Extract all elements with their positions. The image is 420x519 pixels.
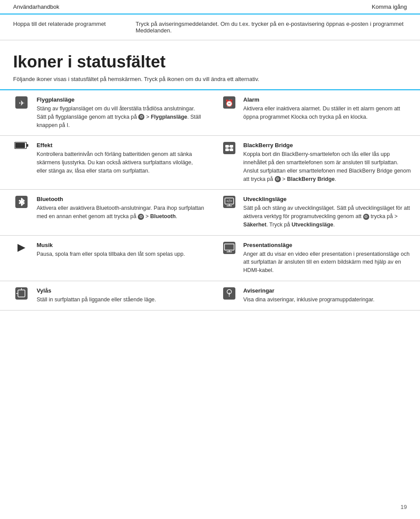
- content-cell-musik: Musik Pausa, spola fram eller spola till…: [34, 235, 214, 281]
- item-text-alarm: Aktivera eller inaktivera alarmet. Du st…: [243, 105, 411, 121]
- item-text-presentationsläge: Anger att du visar en video eller presen…: [243, 250, 411, 275]
- presentation-icon: [223, 242, 235, 254]
- page-title: Ikoner i statusfältet: [13, 53, 407, 71]
- main-heading-section: Ikoner i statusfältet Följande ikoner vi…: [0, 40, 420, 89]
- rotation-icon: [15, 287, 28, 300]
- icon-cell-blackberry-bridge-1: [214, 136, 241, 190]
- content-cell-blackberry-bridge-1: BlackBerry Bridge Koppla bort din BlackB…: [241, 136, 420, 190]
- item-text-aviseringar: Visa dina aviseringar, inklusive program…: [243, 296, 411, 304]
- icon-cell-presentationsläge: [214, 235, 241, 281]
- icon-cell-alarm: ⏰: [214, 90, 241, 136]
- svg-rect-10: [225, 148, 229, 151]
- item-title-musik: Musik: [37, 242, 205, 248]
- icon-cell-musik: [0, 235, 34, 281]
- svg-text:</>: </>: [226, 199, 232, 203]
- icon-cell-utvecklingsläge: </>: [214, 190, 241, 235]
- item-title-alarm: Alarm: [243, 96, 411, 103]
- item-text-flygplansläge: Stäng av flygplansläget om du vill åters…: [37, 105, 205, 129]
- icon-cell-flygplansläge: ✈: [0, 90, 34, 136]
- item-title-bluetooth: Bluetooth: [37, 196, 205, 202]
- battery-icon: [14, 142, 28, 149]
- header-right: Komma igång: [372, 4, 407, 10]
- item-text-vylås: Ställ in surfplattan på liggande eller s…: [37, 296, 205, 304]
- item-text-musik: Pausa, spola fram eller spola tillbaka d…: [37, 250, 205, 258]
- item-text-effekt: Kontrollera batterinivån och förläng bat…: [37, 150, 205, 175]
- content-cell-alarm: Alarm Aktivera eller inaktivera alarmet.…: [241, 90, 420, 136]
- item-title-aviseringar: Aviseringar: [243, 287, 411, 294]
- main-subtext: Följande ikoner visas i statusfältet på …: [13, 76, 407, 82]
- item-title-blackberry-bridge-1: BlackBerry Bridge: [243, 142, 411, 148]
- content-cell-flygplansläge: Flygplansläge Stäng av flygplansläget om…: [34, 90, 214, 136]
- item-title-effekt: Effekt: [37, 142, 205, 148]
- content-cell-effekt: Effekt Kontrollera batterinivån och förl…: [34, 136, 214, 190]
- svg-rect-5: [15, 143, 25, 148]
- music-icon: [15, 242, 28, 254]
- content-cell-vylås: Vylås Ställ in surfplattan på liggande e…: [34, 281, 214, 310]
- airplane-icon: ✈: [15, 96, 28, 109]
- item-title-utvecklingsläge: Utvecklingsläge: [243, 196, 411, 202]
- svg-text:⏰: ⏰: [225, 99, 234, 107]
- alarm-icon: ⏰: [223, 96, 235, 109]
- svg-rect-29: [223, 242, 235, 254]
- content-cell-utvecklingsläge: Utvecklingsläge Sätt på och stäng av utv…: [241, 190, 420, 235]
- content-cell-aviseringar: Aviseringar Visa dina aviseringar, inklu…: [241, 281, 420, 310]
- icon-cell-effekt: [0, 136, 34, 190]
- item-text-bluetooth: Aktivera eller avaktivera Bluetooth-ansl…: [37, 204, 205, 221]
- icons-table: ✈ Flygplansläge Stäng av flygplansläget …: [0, 89, 420, 311]
- page-number: 19: [401, 504, 407, 510]
- svg-rect-8: [225, 145, 229, 148]
- svg-rect-9: [230, 145, 233, 148]
- top-section: Hoppa till det relaterade programmet Try…: [0, 14, 420, 40]
- page-footer: 19: [401, 504, 407, 510]
- header-left: Användarhandbok: [13, 4, 60, 10]
- svg-marker-28: [18, 244, 25, 252]
- top-right-text: Tryck på aviseringsmeddelandet. Om du t.…: [136, 21, 407, 34]
- icon-cell-vylås: [0, 281, 34, 310]
- item-text-utvecklingsläge: Sätt på och stäng av utvecklingsläget. S…: [243, 204, 411, 229]
- item-title-presentationsläge: Presentationsläge: [243, 242, 411, 248]
- svg-rect-11: [230, 148, 233, 151]
- bluetooth-icon: ✱: [15, 196, 28, 208]
- item-title-vylås: Vylås: [37, 287, 205, 294]
- dev-icon: </>: [223, 196, 235, 208]
- page-header: Användarhandbok Komma igång: [0, 0, 420, 14]
- top-left-label: Hoppa till det relaterade programmet: [13, 21, 127, 34]
- icon-cell-aviseringar: !: [214, 281, 241, 310]
- svg-text:!: !: [228, 291, 230, 298]
- bridge-icon: [223, 142, 235, 154]
- notifications-icon: !: [223, 287, 235, 300]
- icon-cell-bluetooth: ✱: [0, 190, 34, 235]
- svg-rect-6: [26, 144, 28, 147]
- svg-text:✈: ✈: [18, 99, 24, 107]
- content-cell-bluetooth: Bluetooth Aktivera eller avaktivera Blue…: [34, 190, 214, 235]
- svg-rect-7: [223, 142, 235, 154]
- item-text-blackberry-bridge-1: Koppla bort din BlackBerry-smarttelefon …: [243, 150, 411, 183]
- content-cell-presentationsläge: Presentationsläge Anger att du visar en …: [241, 235, 420, 281]
- item-title-flygplansläge: Flygplansläge: [37, 96, 205, 103]
